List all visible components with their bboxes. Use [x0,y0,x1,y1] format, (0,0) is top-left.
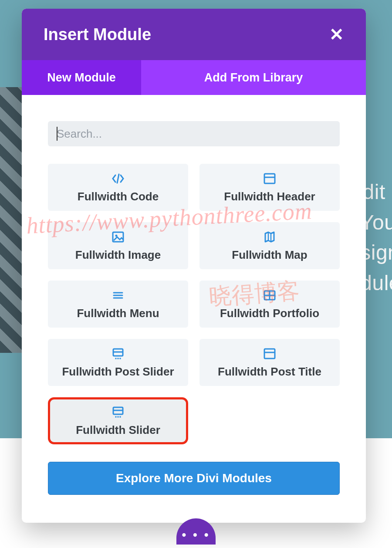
module-label: Fullwidth Post Title [218,365,321,379]
module-label: Fullwidth Portfolio [220,307,319,320]
module-card-fullwidth-map[interactable]: Fullwidth Map [199,222,340,269]
module-label: Fullwidth Post Slider [62,365,174,379]
module-card-fullwidth-post-title[interactable]: Fullwidth Post Title [199,339,340,386]
search-input[interactable] [48,121,340,146]
text-cursor [57,127,57,141]
window-icon [263,347,277,361]
module-card-fullwidth-image[interactable]: Fullwidth Image [48,222,188,269]
module-label: Fullwidth Map [232,248,307,262]
module-card-fullwidth-menu[interactable]: Fullwidth Menu [48,281,188,328]
module-label: Fullwidth Header [224,190,315,203]
module-label: Fullwidth Code [78,190,159,203]
map-icon [263,230,277,244]
modal-header: Insert Module ✕ [22,9,366,60]
window-icon [263,172,277,186]
ellipsis-icon: • • • [182,529,210,541]
module-grid: Fullwidth CodeFullwidth HeaderFullwidth … [48,164,340,444]
modal-body: Fullwidth CodeFullwidth HeaderFullwidth … [22,95,366,523]
modal-title: Insert Module [44,25,151,44]
module-label: Fullwidth Image [75,248,161,262]
module-card-fullwidth-portfolio[interactable]: Fullwidth Portfolio [199,281,340,328]
explore-more-button[interactable]: Explore More Divi Modules [48,462,340,495]
menu-icon [111,288,125,302]
slider-icon [111,405,125,419]
module-card-fullwidth-header[interactable]: Fullwidth Header [199,164,340,211]
module-label: Fullwidth Menu [77,307,159,320]
search-wrapper [48,121,340,146]
code-icon [111,172,125,186]
grid-icon [263,288,277,302]
image-icon [111,230,125,244]
slider-icon [111,347,125,361]
insert-module-modal: Insert Module ✕ New Module Add From Libr… [22,9,366,523]
module-card-fullwidth-code[interactable]: Fullwidth Code [48,164,188,211]
tab-add-from-library[interactable]: Add From Library [141,60,366,95]
tab-new-module[interactable]: New Module [22,60,141,95]
close-button[interactable]: ✕ [329,26,344,43]
module-card-fullwidth-slider[interactable]: Fullwidth Slider [48,397,188,444]
modal-tabs: New Module Add From Library [22,60,366,95]
module-card-fullwidth-post-slider[interactable]: Fullwidth Post Slider [48,339,188,386]
module-label: Fullwidth Slider [76,423,160,437]
